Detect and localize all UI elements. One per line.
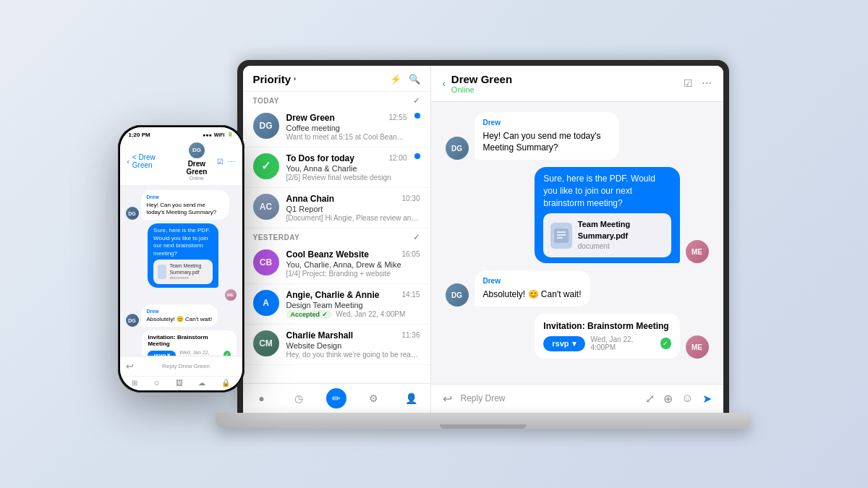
phone-checkmark-icon[interactable]: ☑ <box>217 158 224 166</box>
phone-toolbar-icon-1[interactable]: ⊞ <box>132 379 137 387</box>
reply-label-text: Reply Drew <box>461 393 506 403</box>
phone-toolbar-icon-3[interactable]: 🖼 <box>176 379 183 387</box>
app-container: Priority › ⚡ 🔍 TODAY ✓ <box>243 66 723 413</box>
conv-item-angie[interactable]: A Angie, Charlie & Annie 14:15 Design Te… <box>243 284 430 325</box>
chat-sender-2: Drew <box>483 276 582 286</box>
chat-avatar-me-2: ME <box>686 335 709 359</box>
chat-rsvp-label: rsvp <box>552 339 569 348</box>
phone-toolbar-icon-5[interactable]: 🔒 <box>221 379 230 387</box>
send-button[interactable]: ➤ <box>702 392 712 406</box>
priority-title: Priority › <box>253 73 297 85</box>
phone-sender-1: Drew <box>147 194 224 200</box>
conv-right-drew <box>414 113 420 119</box>
section-today-label: TODAY <box>253 97 279 105</box>
left-panel-header: Priority › ⚡ 🔍 <box>243 66 430 92</box>
chat-doc-card: Team Meeting Summary.pdf document <box>543 213 671 257</box>
right-panel: ‹ Drew Green Online ☑ ⋯ <box>431 66 723 413</box>
conv-name-anna: Anna Chain <box>286 194 335 204</box>
chat-doc-thumb <box>550 223 571 249</box>
chat-header: ‹ Drew Green Online ☑ ⋯ <box>431 66 723 102</box>
phone-msg-text-2: Absolutely! 😊 Can't wait! <box>147 316 213 322</box>
conv-item-todos[interactable]: ✓ To Dos for today 12:00 You, Anna & Cha… <box>243 147 430 188</box>
emoji-icon[interactable]: ☺ <box>681 392 693 405</box>
phone-more-icon[interactable]: ⋯ <box>228 158 235 166</box>
chat-toolbar: ↩ Reply Drew ⤢ ⊕ ☺ ➤ <box>431 384 723 413</box>
conv-subject-drew: Coffee meeting <box>286 124 407 132</box>
accepted-badge: Accepted ✓ <box>286 310 332 318</box>
conv-subject-coolbeanz: You, Charlie, Anna, Drew & Mike <box>286 260 420 269</box>
unread-dot-todos <box>414 153 420 159</box>
chat-avatar-me: ME <box>686 240 709 263</box>
phone-rsvp-row: rsvp ▾ Wed, Jan 22, 4:00PM ✓ <box>148 350 230 355</box>
bottom-nav: ● ◷ ✏ ⚙ 👤 <box>243 383 430 413</box>
phone-contact-name: Drew Green <box>176 160 216 176</box>
conv-subject-charlie: Website Design <box>286 341 420 350</box>
phone-reply-arrow: ↩ <box>126 361 134 372</box>
conv-time-charlie: 11:36 <box>401 331 420 339</box>
unread-dot-drew <box>414 113 420 119</box>
phone-message-2: Sure, here is the PDF. Would you like to… <box>148 223 236 301</box>
nav-icon-chat[interactable]: ● <box>251 388 271 408</box>
chat-rsvp-button[interactable]: rsvp ▾ <box>543 336 584 351</box>
phone-back-label: < Drew Green <box>132 153 176 169</box>
reply-icon[interactable]: ↩ <box>443 392 452 406</box>
phone-doc-type: document <box>169 275 208 281</box>
phone-rsvp-button[interactable]: rsvp ▾ <box>148 351 176 356</box>
chat-more-icon[interactable]: ⋯ <box>702 77 712 89</box>
laptop-device: Priority › ⚡ 🔍 TODAY ✓ <box>237 60 751 429</box>
conv-name-todos: To Dos for today <box>286 153 354 163</box>
conv-preview-todos: [2/6] Review final website design <box>286 174 407 181</box>
conv-name-coolbeanz: Cool Beanz Website <box>286 249 369 260</box>
chat-msg-text-3: Absolutely! 😊 Can't wait! <box>483 289 582 299</box>
conv-item-drew[interactable]: DG Drew Green 12:55 Coffee meeting Want … <box>243 107 430 147</box>
phone-screen: 1:20 PM ●●● WiFi 🔋 ‹ < Drew Green DG <box>120 127 242 390</box>
phone-back-button[interactable]: ‹ < Drew Green <box>127 153 177 169</box>
nav-icon-compose[interactable]: ✏ <box>326 388 346 408</box>
search-icon[interactable]: 🔍 <box>409 74 420 85</box>
left-header-icons: ⚡ 🔍 <box>390 74 420 85</box>
phone-reply-label[interactable]: Reply Drew Green <box>136 363 237 369</box>
conv-time-angie: 14:15 <box>401 291 420 299</box>
chat-bubble-incoming-2: Drew Absolutely! 😊 Can't wait! <box>475 270 590 307</box>
phone-back-icon: ‹ <box>127 158 129 166</box>
chat-msg-text-1: Hey! Can you send me today's Meeting Sum… <box>483 131 601 153</box>
emoji-add-icon[interactable]: ⊕ <box>663 392 673 406</box>
conv-time-todos: 12:00 <box>388 154 407 162</box>
nav-icon-recent[interactable]: ◷ <box>289 388 309 408</box>
section-yesterday: YESTERDAY ✓ <box>243 228 430 244</box>
chat-contact-status: Online <box>451 85 512 94</box>
chat-doc-name: Team Meeting Summary.pdf <box>578 219 664 241</box>
conv-item-anna[interactable]: AC Anna Chain 10:30 Q1 Report [Document]… <box>243 188 430 228</box>
chat-rsvp-row: rsvp ▾ Wed, Jan 22, 4:00PM ✓ <box>543 335 671 351</box>
phone-msg-text-1: Hey! Can you send me today's Meeting Sum… <box>147 202 217 215</box>
priority-chevron: › <box>294 75 296 82</box>
conv-avatar-angie: A <box>253 290 279 316</box>
phone-toolbar-icon-2[interactable]: ☺ <box>153 379 161 387</box>
chat-msg-2: ME Sure, here is the PDF. Would you like… <box>446 167 709 263</box>
conv-item-coolbeanz[interactable]: CB Cool Beanz Website 16:05 You, Charlie… <box>243 244 430 284</box>
filter-icon[interactable]: ⚡ <box>390 74 401 85</box>
phone-toolbar-icon-4[interactable]: ☁ <box>198 379 205 387</box>
chat-back-button[interactable]: ‹ <box>443 78 447 89</box>
nav-icon-profile[interactable]: 👤 <box>401 388 422 408</box>
conv-preview-angie: Accepted ✓ Wed, Jan 22, 4:00PM <box>286 310 420 318</box>
expand-icon[interactable]: ⤢ <box>645 392 655 406</box>
conv-subject-todos: You, Anna & Charlie <box>286 164 407 173</box>
svg-rect-3 <box>557 237 563 239</box>
chat-checklist-icon[interactable]: ☑ <box>684 77 693 89</box>
conv-content-todos: To Dos for today 12:00 You, Anna & Charl… <box>286 153 407 181</box>
nav-icon-contacts[interactable]: ⚙ <box>364 388 384 408</box>
reply-label[interactable]: Reply Drew <box>461 393 637 403</box>
chat-header-left: ‹ Drew Green Online <box>443 73 513 94</box>
phone-invitation-card: Invitation: Brainstorm Meeting rsvp ▾ We… <box>142 330 236 355</box>
conv-item-charlie[interactable]: CM Charlie Marshall 11:36 Website Design… <box>243 325 430 365</box>
conv-time-drew: 12:55 <box>388 114 407 121</box>
conv-top-angie: Angie, Charlie & Annie 14:15 <box>286 290 420 300</box>
left-panel: Priority › ⚡ 🔍 TODAY ✓ <box>243 66 431 413</box>
conversation-list: TODAY ✓ DG Drew Green 12:55 Cof <box>243 92 430 383</box>
laptop-screen: Priority › ⚡ 🔍 TODAY ✓ <box>243 66 723 413</box>
conv-preview-charlie: Hey, do you think we're going to be read… <box>286 351 420 359</box>
phone-statusbar: 1:20 PM ●●● WiFi 🔋 <box>120 127 242 140</box>
section-yesterday-label: YESTERDAY <box>253 234 300 241</box>
conv-top-drew: Drew Green 12:55 <box>286 113 407 123</box>
